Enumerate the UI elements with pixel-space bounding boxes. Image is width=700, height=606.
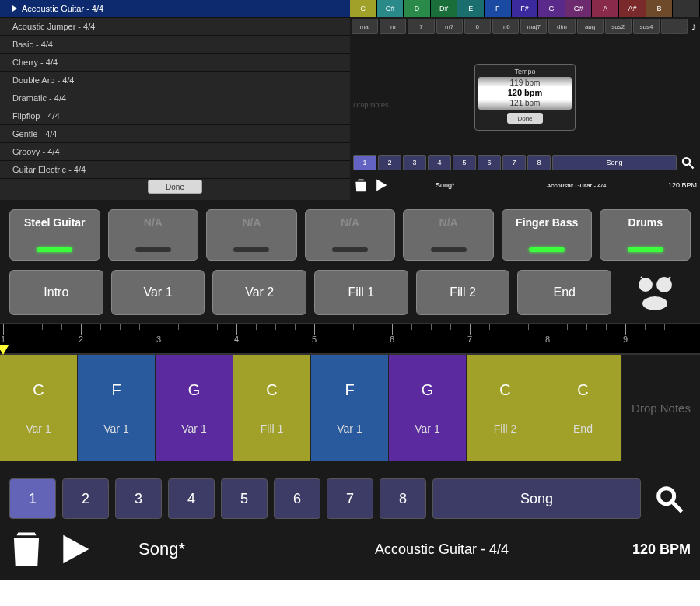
style-row[interactable]: Flipflop - 4/4 xyxy=(0,107,350,125)
section-button[interactable]: Var 2 xyxy=(212,270,306,315)
chord-type-button[interactable]: m xyxy=(380,19,406,34)
seq-slot[interactable]: 3 xyxy=(403,155,426,170)
chord-cell[interactable]: GVar 1 xyxy=(156,355,233,461)
note-icon[interactable]: ♪ xyxy=(689,19,698,34)
chord-cell[interactable]: FVar 1 xyxy=(311,355,389,461)
style-row[interactable]: Dramatic - 4/4 xyxy=(0,89,350,107)
instrument-label: Drums xyxy=(628,216,663,229)
drumkit-icon[interactable] xyxy=(619,270,691,315)
instrument-slot[interactable]: N/A xyxy=(108,209,199,261)
chord-cell[interactable]: CFill 1 xyxy=(233,355,311,461)
note-key[interactable]: E xyxy=(457,0,485,17)
section-button[interactable]: End xyxy=(517,270,611,315)
seq-slot[interactable]: 6 xyxy=(478,155,501,170)
note-key[interactable]: C xyxy=(350,0,377,17)
style-done-button[interactable]: Done xyxy=(148,180,202,194)
instrument-slot[interactable]: Finger Bass xyxy=(502,209,593,261)
timeline-ruler[interactable]: 123456789 xyxy=(0,323,700,354)
section-button[interactable]: Fill 1 xyxy=(314,270,408,315)
playhead-icon[interactable] xyxy=(0,344,9,358)
search-icon[interactable] xyxy=(678,155,697,170)
chord-type-button[interactable]: sus2 xyxy=(605,19,632,34)
chord-type-button[interactable]: m6 xyxy=(492,19,519,34)
tempo-done-button[interactable]: Done xyxy=(507,113,543,124)
instrument-slot[interactable]: Drums xyxy=(600,209,691,261)
sequence-row: 12345678Song xyxy=(0,461,700,525)
seq-slot[interactable]: 8 xyxy=(527,155,551,170)
chord-cell[interactable]: GVar 1 xyxy=(389,355,467,461)
chord-type-button[interactable]: 6 xyxy=(464,19,491,34)
seq-slot[interactable]: 3 xyxy=(115,478,162,519)
drop-notes-area[interactable]: Drop Notes xyxy=(622,355,700,461)
svg-point-0 xyxy=(683,158,690,165)
style-row[interactable]: Double Arp - 4/4 xyxy=(0,72,350,89)
seq-slot[interactable]: 7 xyxy=(502,155,526,170)
style-name[interactable]: Accoustic Guitar - 4/4 xyxy=(547,182,658,189)
ruler-label: 8 xyxy=(545,335,550,344)
seq-slot[interactable]: 7 xyxy=(327,478,373,519)
note-key[interactable]: A xyxy=(592,0,619,17)
note-key[interactable]: G xyxy=(538,0,565,17)
style-row[interactable]: Accoustic Guitar - 4/4 xyxy=(0,0,350,18)
section-button[interactable]: Var 1 xyxy=(111,270,205,315)
chord-type-button[interactable]: m7 xyxy=(436,19,463,34)
style-row[interactable]: Groovy - 4/4 xyxy=(0,143,350,161)
chord-cell[interactable]: CVar 1 xyxy=(0,355,78,461)
play-icon[interactable] xyxy=(373,177,389,193)
bpm-label[interactable]: 120 BPM xyxy=(605,541,691,558)
note-key[interactable]: A# xyxy=(619,0,646,17)
seq-slot[interactable]: 1 xyxy=(9,478,56,519)
chord-type-button[interactable]: aug xyxy=(577,19,604,34)
play-icon[interactable] xyxy=(58,532,92,566)
seq-slot[interactable]: 4 xyxy=(428,155,451,170)
song-button[interactable]: Song xyxy=(552,155,677,170)
search-icon[interactable] xyxy=(647,478,691,519)
seq-slot[interactable]: 4 xyxy=(168,478,215,519)
tempo-wheel[interactable]: 119 bpm 120 bpm 121 bpm xyxy=(478,77,572,110)
trash-icon[interactable] xyxy=(9,530,44,569)
seq-slot[interactable]: 5 xyxy=(221,478,268,519)
note-key[interactable]: - xyxy=(673,0,700,17)
seq-slot[interactable]: 1 xyxy=(353,155,376,170)
style-row[interactable]: Acoustic Jumper - 4/4 xyxy=(0,18,350,36)
instrument-label: Finger Bass xyxy=(516,216,578,229)
section-button[interactable]: Intro xyxy=(9,270,103,315)
bpm-label[interactable]: 120 BPM xyxy=(658,181,697,189)
chord-more-button[interactable] xyxy=(661,19,688,34)
chord-type-button[interactable]: dim xyxy=(548,19,575,34)
instrument-slot[interactable]: N/A xyxy=(403,209,494,261)
section-button[interactable]: Fill 2 xyxy=(416,270,510,315)
seq-slot[interactable]: 8 xyxy=(380,478,426,519)
chord-type-button[interactable]: maj7 xyxy=(520,19,547,34)
chord-cell[interactable]: FVar 1 xyxy=(78,355,156,461)
chord-type-button[interactable]: 7 xyxy=(408,19,434,34)
instrument-slot[interactable]: Steel Guitar xyxy=(9,209,100,261)
seq-slot[interactable]: 2 xyxy=(62,478,109,519)
chord-type-button[interactable]: maj xyxy=(352,19,378,34)
note-key[interactable]: F xyxy=(485,0,512,17)
style-name[interactable]: Accoustic Guitar - 4/4 xyxy=(278,541,605,558)
note-key[interactable]: B xyxy=(646,0,674,17)
note-key[interactable]: F# xyxy=(512,0,539,17)
style-row[interactable]: Guitar Electric - 4/4 xyxy=(0,161,350,179)
song-name[interactable]: Song* xyxy=(436,181,547,189)
chord-type-button[interactable]: sus4 xyxy=(633,19,660,34)
chord-variation: Var 1 xyxy=(337,422,362,435)
seq-slot[interactable]: 5 xyxy=(453,155,476,170)
style-row[interactable]: Basic - 4/4 xyxy=(0,36,350,54)
instrument-slot[interactable]: N/A xyxy=(305,209,396,261)
note-key[interactable]: G# xyxy=(565,0,593,17)
chord-cell[interactable]: CEnd xyxy=(544,355,622,461)
seq-slot[interactable]: 6 xyxy=(274,478,320,519)
note-key[interactable]: C# xyxy=(377,0,404,17)
note-key[interactable]: D# xyxy=(431,0,458,17)
trash-icon[interactable] xyxy=(353,177,369,194)
style-row[interactable]: Gentle - 4/4 xyxy=(0,125,350,143)
chord-cell[interactable]: CFill 2 xyxy=(467,355,544,461)
song-name[interactable]: Song* xyxy=(138,539,278,559)
style-row[interactable]: Cherry - 4/4 xyxy=(0,54,350,72)
seq-slot[interactable]: 2 xyxy=(378,155,401,170)
song-button[interactable]: Song xyxy=(432,478,641,519)
instrument-slot[interactable]: N/A xyxy=(206,209,297,261)
note-key[interactable]: D xyxy=(404,0,431,17)
